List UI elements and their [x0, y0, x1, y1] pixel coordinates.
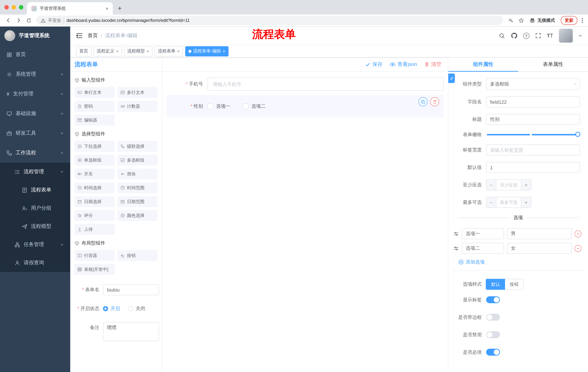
back-icon[interactable]	[4, 16, 13, 25]
palette-item-password[interactable]: 密码	[74, 101, 115, 112]
increment-button[interactable]: +	[521, 180, 531, 190]
decrement-button[interactable]: −	[486, 180, 496, 190]
palette-item-button[interactable]: 按钮	[117, 250, 158, 261]
required-toggle[interactable]	[486, 349, 500, 356]
tag-home[interactable]: 首页	[76, 46, 91, 56]
help-icon[interactable]: ?	[523, 32, 529, 39]
sidebar-item-home[interactable]: 首页	[0, 45, 70, 64]
title-input[interactable]	[486, 114, 580, 125]
option-value-input[interactable]	[507, 243, 572, 254]
browser-menu-icon[interactable]	[580, 17, 584, 24]
tag-process-definition[interactable]: 流程定义 ×	[94, 46, 122, 56]
new-tab-button[interactable]: +	[115, 4, 125, 13]
palette-item-multi-line-text[interactable]: 多行文本	[117, 87, 158, 98]
palette-item-rate[interactable]: 评分	[74, 210, 115, 221]
reload-icon[interactable]	[24, 16, 33, 25]
max-select-value[interactable]: 最多可选	[496, 197, 521, 207]
sidebar-item-payment[interactable]: ¥ 支付管理	[0, 84, 70, 104]
phone-input[interactable]	[207, 77, 443, 91]
palette-item-editor[interactable]: 编辑器	[74, 115, 115, 126]
option-value-input[interactable]	[507, 228, 572, 239]
tag-close-icon[interactable]: ×	[116, 49, 119, 53]
sidebar-item-workflow[interactable]: 工作流程	[0, 143, 70, 163]
address-bar[interactable]: 不安全 dashboard.yudao.iocoder.cn/bpm/manag…	[36, 16, 503, 25]
tag-process-model[interactable]: 流程模型 ×	[124, 46, 152, 56]
sidebar-item-process-management[interactable]: 流程管理	[0, 163, 70, 181]
palette-item-color-picker[interactable]: 颜色选择	[117, 210, 158, 221]
widget-phone[interactable]: 手机号	[167, 77, 443, 91]
password-key-icon[interactable]	[506, 16, 515, 25]
drag-handle-icon[interactable]	[453, 231, 459, 236]
status-on-radio[interactable]: 开启	[103, 305, 120, 312]
panel-link-handle[interactable]	[448, 74, 455, 83]
security-label[interactable]: 不安全	[48, 17, 61, 23]
palette-item-time-range[interactable]: 时间范围	[117, 182, 158, 193]
user-avatar[interactable]	[559, 29, 573, 43]
tag-process-form[interactable]: 流程表单 ×	[155, 46, 183, 56]
window-close-button[interactable]	[4, 5, 9, 10]
palette-item-date-picker[interactable]: 日期选择	[74, 196, 115, 207]
tag-close-icon[interactable]: ×	[147, 49, 149, 53]
palette-item-table[interactable]: 表格[开发中]	[74, 264, 115, 275]
fullscreen-icon[interactable]	[535, 33, 541, 39]
checkbox-icon[interactable]	[243, 103, 249, 109]
clear-button[interactable]: 清空	[424, 61, 441, 68]
palette-item-single-line-text[interactable]: 单行文本	[74, 87, 115, 98]
sidebar-item-dev-tools[interactable]: 研发工具	[0, 123, 70, 143]
add-option-button[interactable]: 添加选项	[448, 257, 588, 265]
save-button[interactable]: 保存	[366, 61, 383, 68]
slider-handle[interactable]	[575, 132, 580, 137]
palette-item-time-picker[interactable]: 时间选择	[74, 182, 115, 193]
canvas-body[interactable]: 手机号 性别 选项一	[162, 72, 448, 372]
disabled-toggle[interactable]	[486, 331, 500, 338]
browser-tab[interactable]: 芋道管理系统 ×	[27, 2, 113, 15]
increment-button[interactable]: +	[521, 197, 531, 207]
sidebar-item-task-management[interactable]: 任务管理	[0, 235, 70, 254]
widget-gender-selected[interactable]: 性别 选项一 选项二	[167, 95, 443, 117]
palette-item-date-range[interactable]: 日期范围	[117, 196, 158, 207]
option-label-input[interactable]	[462, 228, 504, 239]
avatar-caret-icon[interactable]	[578, 34, 582, 37]
sidebar-logo[interactable]: 芋道管理系统	[0, 27, 70, 45]
tab-component-props[interactable]: 组件属性	[448, 57, 518, 71]
sidebar-item-process-model[interactable]: 流程模型	[0, 217, 70, 235]
show-label-toggle[interactable]	[486, 296, 500, 303]
window-minimize-button[interactable]	[12, 5, 16, 10]
view-json-button[interactable]: 查看json	[390, 61, 417, 68]
palette-item-slider[interactable]: 滑块	[117, 169, 158, 180]
tag-close-icon[interactable]: ×	[177, 49, 180, 53]
sidebar-item-user-group[interactable]: 用户分组	[0, 199, 70, 217]
min-select-value[interactable]: 至少应选	[496, 180, 521, 190]
sidebar-item-leave-query[interactable]: 请假查询	[0, 254, 70, 272]
grid-slider[interactable]	[487, 134, 578, 135]
sidebar-item-process-form[interactable]: 流程表单	[0, 181, 70, 199]
window-maximize-button[interactable]	[19, 5, 23, 10]
palette-item-radio-group[interactable]: 单选框组	[74, 155, 115, 166]
gender-option-2[interactable]: 选项二	[243, 103, 266, 110]
forward-icon[interactable]	[14, 16, 23, 25]
tag-process-form-edit[interactable]: 流程表单-编辑 ×	[185, 46, 229, 56]
font-size-icon[interactable]: T⊺	[547, 32, 553, 39]
delete-widget-button[interactable]	[430, 97, 439, 106]
palette-item-switch[interactable]: 开关	[74, 169, 115, 180]
drag-handle-icon[interactable]	[453, 245, 459, 251]
tab-close-icon[interactable]: ×	[104, 5, 110, 11]
tag-close-icon[interactable]: ×	[223, 49, 225, 53]
sidebar-item-system[interactable]: 系统管理	[0, 64, 70, 84]
search-icon[interactable]	[499, 32, 505, 39]
breadcrumb-home[interactable]: 首页	[88, 32, 98, 39]
palette-item-row-container[interactable]: 行容器	[74, 250, 115, 261]
style-default-button[interactable]: 默认	[486, 279, 505, 290]
github-icon[interactable]	[511, 32, 517, 39]
gender-option-1[interactable]: 选项一	[207, 103, 230, 110]
border-toggle[interactable]	[486, 314, 500, 321]
remove-option-button[interactable]	[575, 245, 581, 252]
form-remark-textarea[interactable]: 嘿嘿	[103, 322, 159, 341]
component-type-select[interactable]: 多选框组	[486, 78, 580, 90]
checkbox-icon[interactable]	[207, 103, 213, 109]
palette-item-cascader[interactable]: 级联选择	[117, 141, 158, 152]
decrement-button[interactable]: −	[486, 197, 496, 207]
label-width-input[interactable]	[486, 145, 580, 155]
form-name-input[interactable]	[103, 284, 159, 295]
collapse-menu-icon[interactable]	[76, 33, 83, 39]
